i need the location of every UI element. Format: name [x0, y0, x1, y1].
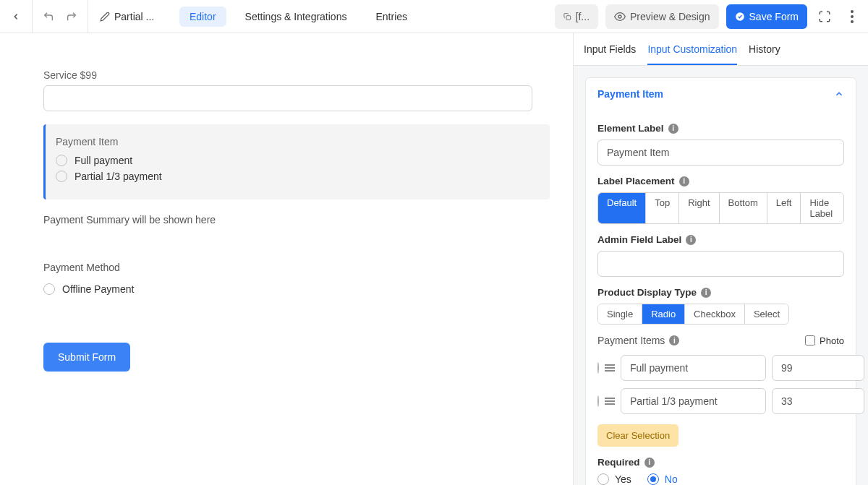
sidepanel-tabs: Input Fields Input Customization History: [574, 33, 868, 66]
display-single[interactable]: Single: [598, 304, 642, 324]
service-input[interactable]: [43, 85, 532, 111]
form-canvas: Service $99 Payment Item Full payment Pa…: [0, 33, 573, 485]
photo-checkbox[interactable]: Photo: [805, 335, 844, 346]
payment-option-partial[interactable]: Partial 1/3 payment: [56, 171, 540, 182]
option-label: Full payment: [75, 155, 132, 166]
preview-button[interactable]: Preview & Design: [605, 4, 719, 29]
display-checkbox[interactable]: Checkbox: [685, 304, 745, 324]
svg-point-5: [851, 20, 854, 23]
default-radio[interactable]: [597, 362, 599, 374]
fullscreen-button[interactable]: [814, 7, 835, 27]
topbar-right: [f... Preview & Design Save Form: [555, 4, 862, 29]
tab-entries[interactable]: Entries: [365, 7, 417, 27]
payment-items-label: Payment Items: [597, 335, 665, 346]
required-heading: Required i: [597, 457, 844, 468]
item-name-input[interactable]: [621, 355, 766, 381]
payment-item-row: + −: [597, 355, 844, 381]
copy-icon: [563, 12, 571, 22]
required-no[interactable]: No: [647, 473, 678, 485]
radio-icon: [43, 283, 55, 295]
item-name-input[interactable]: [621, 388, 766, 414]
display-type-group: Single Radio Checkbox Select: [597, 304, 789, 325]
payment-item-row: + −: [597, 388, 844, 414]
drag-handle-icon[interactable]: [605, 398, 615, 405]
placement-left[interactable]: Left: [767, 193, 801, 223]
form-title-text: Partial ...: [114, 11, 154, 22]
form-title[interactable]: Partial ...: [100, 11, 162, 22]
placement-hide[interactable]: Hide Label: [801, 193, 843, 223]
payment-method-label: Payment Method: [43, 262, 529, 273]
chevron-up-icon: [834, 89, 844, 99]
topbar: Partial ... Editor Settings & Integratio…: [0, 0, 868, 33]
method-option-label: Offline Payment: [62, 283, 134, 295]
svg-point-4: [851, 15, 854, 18]
card-title: Payment Item: [597, 88, 663, 100]
tab-editor[interactable]: Editor: [179, 7, 226, 27]
placement-right[interactable]: Right: [679, 193, 719, 223]
label-placement-group: Default Top Right Bottom Left Hide Label: [597, 192, 844, 224]
service-label: Service $99: [43, 69, 529, 81]
display-type-heading: Product Display Type i: [597, 287, 844, 298]
save-button[interactable]: Save Form: [726, 4, 807, 29]
tab-settings[interactable]: Settings & Integrations: [235, 7, 357, 27]
payment-summary-placeholder: Payment Summary will be shown here: [43, 214, 529, 226]
back-button[interactable]: [6, 7, 26, 27]
info-icon[interactable]: i: [668, 124, 678, 134]
svg-point-1: [618, 15, 621, 18]
divider: [32, 0, 33, 33]
required-yes[interactable]: Yes: [597, 473, 631, 485]
more-button[interactable]: [842, 7, 862, 27]
main: Service $99 Payment Item Full payment Pa…: [0, 33, 868, 485]
payment-items-header: Payment Items i Photo: [597, 335, 844, 346]
redo-button[interactable]: [61, 7, 82, 27]
tab-input-fields[interactable]: Input Fields: [584, 43, 636, 65]
placement-default[interactable]: Default: [598, 193, 646, 223]
element-label-input[interactable]: [597, 140, 844, 166]
placement-top[interactable]: Top: [646, 193, 679, 223]
drag-handle-icon[interactable]: [605, 364, 615, 372]
radio-icon: [56, 155, 67, 166]
payment-method-offline[interactable]: Offline Payment: [43, 283, 529, 295]
clear-selection-button[interactable]: Clear Selection: [597, 424, 678, 447]
admin-field-input[interactable]: [597, 251, 844, 277]
pencil-icon: [100, 12, 110, 22]
svg-rect-0: [566, 15, 571, 20]
info-icon[interactable]: i: [679, 176, 689, 186]
shortcode-text: [f...: [576, 11, 590, 22]
side-panel: Input Fields Input Customization History…: [573, 33, 868, 485]
info-icon[interactable]: i: [701, 288, 711, 298]
placement-bottom[interactable]: Bottom: [720, 193, 767, 223]
card-body: Element Label i Label Placement i Defaul…: [586, 110, 856, 485]
admin-field-heading: Admin Field Label i: [597, 234, 844, 245]
topbar-left: Partial ...: [6, 0, 162, 33]
payment-item-card: Payment Item Element Label i Label Place…: [585, 77, 856, 485]
save-text: Save Form: [749, 11, 799, 22]
photo-checkbox-input[interactable]: [805, 335, 815, 345]
payment-item-block[interactable]: Payment Item Full payment Partial 1/3 pa…: [43, 124, 550, 199]
check-circle-icon: [735, 12, 745, 22]
item-price-input[interactable]: [772, 355, 864, 381]
payment-option-full[interactable]: Full payment: [56, 155, 540, 166]
info-icon[interactable]: i: [669, 335, 679, 345]
shortcode-button[interactable]: [f...: [555, 4, 598, 29]
tab-history[interactable]: History: [749, 43, 780, 65]
radio-icon: [597, 473, 609, 485]
item-price-input[interactable]: [772, 388, 864, 414]
submit-button[interactable]: Submit Form: [43, 343, 130, 372]
default-radio[interactable]: [597, 395, 599, 407]
topbar-tabs: Editor Settings & Integrations Entries: [179, 7, 417, 27]
radio-icon: [56, 171, 67, 182]
display-select[interactable]: Select: [745, 304, 788, 324]
info-icon[interactable]: i: [686, 235, 696, 245]
info-icon[interactable]: i: [644, 458, 655, 468]
preview-text: Preview & Design: [630, 11, 710, 22]
display-radio[interactable]: Radio: [642, 304, 685, 324]
required-options: Yes No: [597, 473, 844, 485]
sidepanel-body: Payment Item Element Label i Label Place…: [574, 66, 868, 485]
tab-input-customization[interactable]: Input Customization: [647, 43, 737, 65]
radio-icon: [647, 473, 659, 485]
card-header[interactable]: Payment Item: [586, 78, 856, 110]
divider: [88, 0, 88, 33]
svg-point-3: [851, 10, 854, 13]
undo-button[interactable]: [38, 7, 59, 27]
